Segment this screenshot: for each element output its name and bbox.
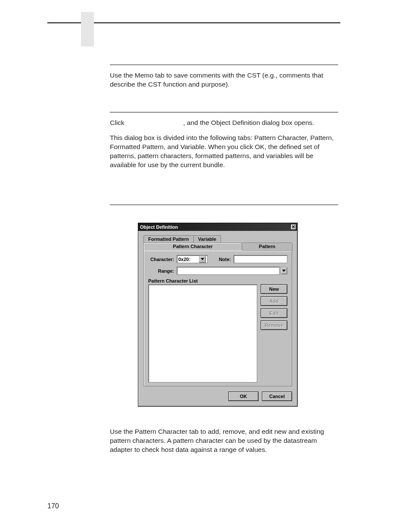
header-rule-right bbox=[94, 22, 340, 23]
header-tab-marker bbox=[81, 12, 94, 47]
section-pattern-char-desc: Use the Pattern Character tab to add, re… bbox=[110, 427, 338, 454]
note-input[interactable] bbox=[234, 255, 287, 263]
pattern-char-listbox[interactable] bbox=[148, 284, 257, 383]
memo-paragraph: Use the Memo tab to save comments with t… bbox=[110, 71, 338, 89]
section-objdef-intro: Click , and the Object Definition dialog… bbox=[110, 112, 338, 170]
range-label: Range: bbox=[148, 268, 174, 274]
page-number: 170 bbox=[47, 502, 59, 510]
objdef-intro-p1: Click , and the Object Definition dialog… bbox=[110, 118, 338, 128]
pattern-char-list-label: Pattern Character List bbox=[148, 278, 287, 283]
tab-variable[interactable]: Variable bbox=[193, 235, 221, 243]
character-label: Character: bbox=[148, 257, 174, 262]
pattern-char-desc-paragraph: Use the Pattern Character tab to add, re… bbox=[110, 427, 338, 454]
character-value: 0x20: bbox=[178, 257, 190, 262]
close-icon: ✕ bbox=[292, 225, 295, 229]
text-fragment: Click bbox=[110, 119, 126, 126]
tab-formatted-pattern[interactable]: Formatted Pattern bbox=[143, 235, 194, 243]
tabs-front-row: Pattern Character Pattern bbox=[143, 243, 292, 251]
section-rule bbox=[110, 112, 338, 112]
remove-button[interactable]: Remove bbox=[261, 320, 287, 330]
add-button[interactable]: Add bbox=[261, 296, 287, 306]
tab-pattern-character[interactable]: Pattern Character bbox=[143, 243, 242, 251]
tab-panel: Character: 0x20: Note: Range: bbox=[143, 250, 292, 386]
object-definition-dialog: Object Definition ✕ Formatted Pattern Va… bbox=[138, 223, 298, 407]
tabs-back-row: Formatted Pattern Variable bbox=[143, 235, 292, 243]
cancel-button[interactable]: Cancel bbox=[262, 392, 292, 401]
header-rule-left bbox=[47, 22, 81, 23]
tab-pattern[interactable]: Pattern bbox=[242, 243, 293, 251]
close-button[interactable]: ✕ bbox=[290, 224, 296, 230]
chevron-down-icon[interactable] bbox=[199, 255, 206, 263]
text-fragment: , and the Object Definition dialog box o… bbox=[183, 119, 314, 126]
dialog-titlebar: Object Definition ✕ bbox=[138, 223, 297, 231]
chevron-down-icon bbox=[282, 270, 286, 272]
note-label: Note: bbox=[212, 257, 231, 262]
edit-button[interactable]: Edit bbox=[261, 308, 287, 318]
new-button[interactable]: New bbox=[261, 284, 287, 294]
ok-button[interactable]: OK bbox=[228, 392, 258, 401]
section-dialog-figure bbox=[110, 205, 338, 211]
dialog-title: Object Definition bbox=[140, 224, 178, 230]
section-rule bbox=[110, 65, 338, 65]
section-rule bbox=[110, 205, 338, 205]
range-dropdown-button[interactable] bbox=[280, 267, 287, 274]
objdef-intro-p2: This dialog box is divided into the foll… bbox=[110, 134, 338, 170]
character-combo[interactable]: 0x20: bbox=[177, 255, 208, 263]
range-input[interactable] bbox=[177, 267, 280, 275]
section-memo: Use the Memo tab to save comments with t… bbox=[110, 65, 338, 89]
